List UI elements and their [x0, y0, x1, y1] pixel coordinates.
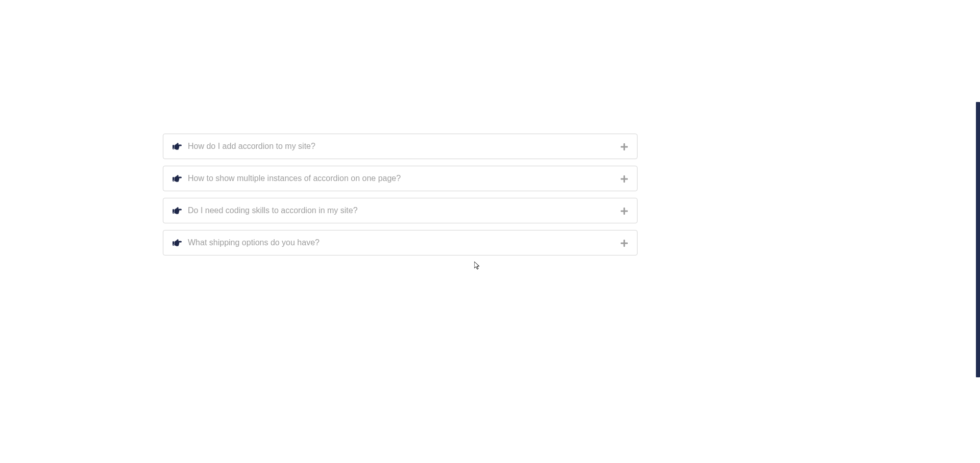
accordion-item-1[interactable]: How do I add accordion to my site? [163, 134, 638, 159]
hand-point-right-icon [173, 206, 182, 215]
accordion-title: Do I need coding skills to accordion in … [188, 206, 621, 215]
accordion-item-3[interactable]: Do I need coding skills to accordion in … [163, 198, 638, 223]
accordion-title: How to show multiple instances of accord… [188, 174, 621, 183]
accordion-title: How do I add accordion to my site? [188, 142, 621, 151]
accordion-item-4[interactable]: What shipping options do you have? [163, 230, 638, 255]
accordion-container: How do I add accordion to my site? How t… [163, 134, 638, 262]
plus-icon [621, 143, 628, 150]
hand-point-right-icon [173, 238, 182, 247]
plus-icon [621, 239, 628, 246]
accordion-title: What shipping options do you have? [188, 238, 621, 247]
plus-icon [621, 207, 628, 214]
cursor-icon [474, 262, 480, 270]
scrollbar[interactable] [976, 102, 980, 377]
hand-point-right-icon [173, 142, 182, 151]
plus-icon [621, 175, 628, 182]
accordion-item-2[interactable]: How to show multiple instances of accord… [163, 166, 638, 191]
hand-point-right-icon [173, 174, 182, 183]
